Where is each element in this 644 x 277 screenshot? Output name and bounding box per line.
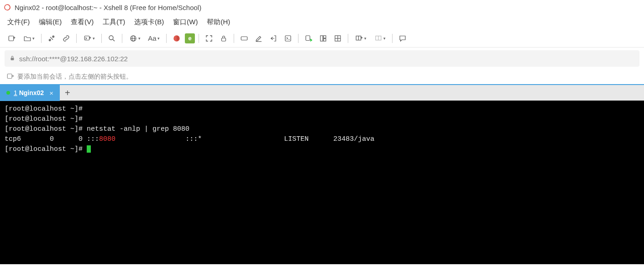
tab-nginx02[interactable]: 1 Nginx02 × bbox=[0, 85, 60, 101]
globe-icon[interactable]: ▾ bbox=[126, 32, 143, 45]
hint-bar: 要添加当前会话，点击左侧的箭头按钮。 bbox=[0, 69, 644, 84]
lock-icon bbox=[9, 55, 16, 63]
toolbar-separator bbox=[348, 34, 348, 43]
menu-tools[interactable]: 工具(T) bbox=[103, 18, 125, 27]
close-icon[interactable]: × bbox=[49, 89, 53, 97]
terminal-prompt: [root@localhost ~]# bbox=[5, 145, 87, 153]
add-tab-button[interactable]: + bbox=[60, 85, 75, 101]
font-icon[interactable]: Aa▾ bbox=[145, 32, 162, 45]
new-session-icon[interactable] bbox=[5, 32, 18, 45]
terminal-command: netstat -anlp | grep 8080 bbox=[83, 125, 189, 133]
xshell-logo-icon[interactable] bbox=[170, 32, 183, 45]
netstat-sendq: 0 bbox=[79, 135, 83, 143]
svg-rect-15 bbox=[222, 38, 226, 41]
e-icon[interactable]: e bbox=[185, 33, 195, 43]
terminal-line: [root@localhost ~]# bbox=[5, 115, 83, 123]
toolbar-separator bbox=[76, 34, 77, 43]
svg-rect-6 bbox=[84, 36, 89, 40]
svg-rect-35 bbox=[11, 58, 14, 60]
tile-icon[interactable] bbox=[317, 32, 330, 45]
menu-bar: 文件(F) 编辑(E) 查看(V) 工具(T) 选项卡(B) 窗口(W) 帮助(… bbox=[0, 15, 644, 29]
highlight-icon[interactable] bbox=[252, 32, 265, 45]
cursor-icon bbox=[87, 145, 91, 153]
terminal-add-icon[interactable]: ▾ bbox=[80, 32, 98, 45]
terminal[interactable]: [root@localhost ~]# [root@localhost ~]# … bbox=[0, 101, 644, 264]
menu-help[interactable]: 帮助(H) bbox=[207, 18, 230, 27]
terminal-prompt: [root@localhost ~]# bbox=[5, 125, 83, 133]
add-session-hint-icon[interactable] bbox=[6, 72, 15, 82]
netstat-recvq: 0 bbox=[50, 135, 54, 143]
search-icon[interactable] bbox=[105, 32, 118, 45]
split-add-icon[interactable]: ▾ bbox=[352, 32, 369, 45]
netstat-foreign: :::* bbox=[185, 135, 202, 143]
window-title: Nginx02 - root@localhost:~ - Xshell 8 (F… bbox=[15, 4, 201, 11]
address-bar[interactable]: ssh://root:****@192.168.226.102:22 bbox=[5, 50, 639, 67]
netstat-proto: tcp6 bbox=[5, 135, 21, 143]
layout-icon[interactable]: ▾ bbox=[371, 32, 388, 45]
toolbar-separator bbox=[199, 34, 199, 43]
svg-rect-36 bbox=[7, 74, 12, 78]
keyboard-icon[interactable] bbox=[238, 32, 251, 45]
netstat-state: LISTEN bbox=[284, 135, 309, 143]
play-icon[interactable] bbox=[302, 32, 315, 45]
panes-icon[interactable] bbox=[331, 32, 344, 45]
svg-rect-22 bbox=[306, 36, 310, 41]
status-dot-icon bbox=[6, 91, 10, 95]
toolbar-separator bbox=[392, 34, 393, 43]
toolbar-separator bbox=[234, 34, 234, 43]
toolbar-separator bbox=[298, 34, 298, 43]
menu-options[interactable]: 选项卡(B) bbox=[134, 18, 164, 27]
script-icon[interactable] bbox=[282, 32, 294, 45]
svg-rect-1 bbox=[9, 36, 14, 41]
svg-rect-16 bbox=[241, 37, 247, 40]
svg-rect-24 bbox=[324, 36, 326, 38]
svg-rect-25 bbox=[324, 38, 326, 41]
hint-text: 要添加当前会话，点击左侧的箭头按钮。 bbox=[17, 73, 132, 81]
link-icon[interactable] bbox=[60, 32, 73, 45]
menu-window[interactable]: 窗口(W) bbox=[173, 18, 198, 27]
netstat-local-prefix: ::: bbox=[87, 135, 99, 143]
fullscreen-icon[interactable] bbox=[203, 32, 215, 45]
svg-line-10 bbox=[113, 39, 115, 41]
disconnect-icon[interactable] bbox=[45, 32, 58, 45]
font-label: Aa bbox=[148, 34, 156, 42]
toolbar-separator bbox=[101, 34, 102, 43]
toolbar-separator bbox=[122, 34, 122, 43]
terminal-line: [root@localhost ~]# bbox=[5, 105, 83, 113]
toolbar: ▾ ▾ ▾ Aa▾ e ▾ ▾ bbox=[0, 29, 644, 48]
exit-icon[interactable] bbox=[267, 32, 280, 45]
lock-icon[interactable] bbox=[217, 32, 230, 45]
menu-view[interactable]: 查看(V) bbox=[71, 18, 94, 27]
tabs-row: 1 Nginx02 × + bbox=[0, 84, 644, 101]
title-bar: Nginx02 - root@localhost:~ - Xshell 8 (F… bbox=[0, 0, 644, 15]
toolbar-separator bbox=[166, 34, 167, 43]
netstat-pid: 23483/java bbox=[333, 135, 374, 143]
address-text: ssh://root:****@192.168.226.102:22 bbox=[19, 55, 128, 63]
svg-point-9 bbox=[109, 36, 113, 40]
menu-file[interactable]: 文件(F) bbox=[7, 18, 30, 27]
open-session-icon[interactable]: ▾ bbox=[20, 32, 37, 45]
app-icon bbox=[4, 4, 11, 11]
menu-edit[interactable]: 编辑(E) bbox=[39, 18, 62, 27]
chat-icon[interactable] bbox=[396, 32, 409, 45]
svg-rect-23 bbox=[320, 36, 323, 41]
tab-label: 1 Nginx02 bbox=[14, 89, 44, 96]
toolbar-separator bbox=[41, 34, 42, 43]
netstat-port: 8080 bbox=[99, 135, 115, 143]
